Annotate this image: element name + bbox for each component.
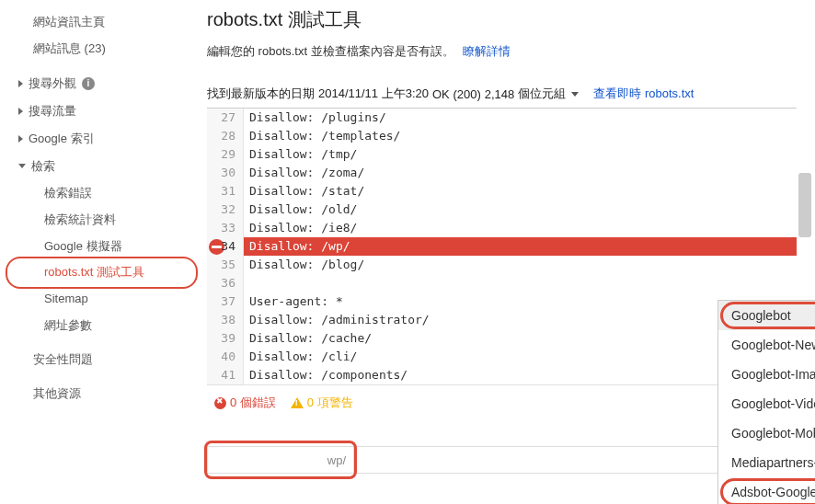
bot-menu-item[interactable]: Googlebot-News [718, 330, 815, 360]
line-number: 35 [207, 256, 244, 274]
code-line[interactable]: 33Disallow: /ie8/ [207, 219, 797, 237]
learn-more-link[interactable]: 瞭解詳情 [463, 44, 511, 58]
sidebar-item-robots-label: robots.txt 測試工具 [44, 265, 144, 279]
code-text: Disallow: /administrator/ [244, 311, 430, 329]
code-line[interactable]: 29Disallow: /tmp/ [207, 145, 797, 164]
code-text: Disallow: /cache/ [244, 329, 372, 348]
sidebar-item-url-params[interactable]: 網址參數 [17, 313, 189, 339]
page-title: robots.txt 測試工具 [207, 0, 815, 32]
bot-menu-item[interactable]: Googlebot [718, 301, 815, 330]
error-icon [214, 397, 226, 409]
line-number: 29 [207, 145, 244, 164]
url-test-row: wp/ [207, 446, 797, 474]
line-number: 27 [207, 109, 244, 127]
caret-right-icon [18, 80, 23, 87]
code-text: Disallow: /tmp/ [244, 145, 357, 164]
bot-menu-item[interactable]: Adsbot-Google [718, 477, 815, 504]
sidebar: 網站資訊主頁 網站訊息 (23) 搜尋外觀 i 搜尋流量 Google 索引 檢… [0, 0, 189, 504]
code-line[interactable]: 40Disallow: /cli/ [207, 348, 797, 366]
code-line[interactable]: 32Disallow: /old/ [207, 200, 797, 219]
caret-right-icon [18, 108, 23, 115]
sidebar-item-crawl-stats[interactable]: 檢索統計資料 [17, 207, 189, 234]
highlight-ring [720, 478, 815, 504]
url-path-input[interactable] [354, 446, 778, 474]
code-line[interactable]: 30Disallow: /zoma/ [207, 164, 797, 182]
line-number: 38 [207, 311, 244, 329]
sidebar-item-robots-tester[interactable]: robots.txt 測試工具 [17, 259, 189, 286]
page-subtitle: 編輯您的 robots.txt 並檢查檔案內容是否有誤。 [207, 44, 454, 58]
url-base-suffix: wp/ [327, 453, 346, 467]
sidebar-item-sitemap[interactable]: Sitemap [17, 286, 189, 313]
line-number: 37 [207, 292, 244, 311]
sidebar-security-issues[interactable]: 安全性問題 [17, 347, 189, 373]
sidebar-google-index-label: Google 索引 [29, 131, 95, 147]
code-line[interactable]: 37User-agent: * [207, 292, 797, 311]
code-text: Disallow: /blog/ [244, 256, 364, 274]
main-content: robots.txt 測試工具 編輯您的 robots.txt 並檢查檔案內容是… [189, 0, 815, 504]
line-number: 41 [207, 366, 244, 384]
code-text: Disallow: /zoma/ [244, 164, 364, 182]
code-line[interactable]: 34Disallow: /wp/ [207, 237, 797, 256]
code-text: Disallow: /old/ [244, 200, 357, 219]
caret-down-icon [18, 164, 26, 168]
highlight-ring [720, 302, 815, 329]
view-live-robots-link[interactable]: 查看即時 robots.txt [593, 86, 694, 102]
warning-icon [291, 397, 304, 408]
url-base[interactable]: wp/ [207, 446, 354, 474]
line-number: 31 [207, 182, 244, 200]
bot-menu-item[interactable]: Googlebot-Video [718, 389, 815, 418]
dropdown-caret-icon[interactable] [571, 92, 579, 97]
version-bytes-unit: 個位元組 [518, 86, 566, 102]
code-line[interactable]: 28Disallow: /templates/ [207, 127, 797, 145]
code-line[interactable]: 41Disallow: /components/ [207, 366, 797, 384]
scrollbar-thumb[interactable] [798, 173, 811, 237]
error-count: 0 個錯誤 [214, 395, 276, 411]
warning-count: 0 項警告 [291, 395, 353, 411]
line-number: 39 [207, 329, 244, 348]
sidebar-other-resources[interactable]: 其他資源 [17, 381, 189, 407]
sidebar-site-messages[interactable]: 網站訊息 (23) [17, 36, 189, 63]
sidebar-item-google-simulator[interactable]: Google 模擬器 [17, 234, 189, 260]
code-line[interactable]: 35Disallow: /blog/ [207, 256, 797, 274]
code-text: Disallow: /templates/ [244, 127, 400, 145]
code-text: User-agent: * [244, 292, 343, 311]
robots-editor[interactable]: 27Disallow: /plugins/28Disallow: /templa… [207, 108, 797, 385]
bot-menu-item[interactable]: Googlebot-Mobile [718, 418, 815, 448]
version-timestamp: 2014/11/11 上午3:20 [318, 86, 429, 102]
line-number: 36 [207, 274, 244, 292]
bot-menu-item[interactable]: Googlebot-Image [718, 360, 815, 389]
sidebar-google-index[interactable]: Google 索引 [17, 125, 189, 153]
code-line[interactable]: 36 [207, 274, 797, 292]
line-number: 40 [207, 348, 244, 366]
code-line[interactable]: 38Disallow: /administrator/ [207, 311, 797, 329]
sidebar-crawl-label: 檢索 [31, 158, 55, 175]
line-number: 33 [207, 219, 244, 237]
code-text: Disallow: /stat/ [244, 182, 364, 200]
sidebar-search-traffic[interactable]: 搜尋流量 [17, 97, 189, 125]
line-number: 32 [207, 200, 244, 219]
code-text: Disallow: /cli/ [244, 348, 357, 366]
error-count-text: 0 個錯誤 [230, 395, 276, 411]
code-text: Disallow: /wp/ [244, 237, 797, 256]
sidebar-search-appearance[interactable]: 搜尋外觀 i [17, 70, 189, 97]
caret-right-icon [18, 135, 23, 143]
version-prefix: 找到最新版本的日期 [207, 86, 315, 102]
code-text: Disallow: /components/ [244, 366, 408, 384]
version-status: OK (200) [432, 87, 481, 101]
line-number: 30 [207, 164, 244, 182]
code-line[interactable]: 27Disallow: /plugins/ [207, 109, 797, 127]
sidebar-crawl[interactable]: 檢索 [17, 153, 189, 180]
sidebar-search-appearance-label: 搜尋外觀 [29, 75, 76, 92]
sidebar-item-crawl-errors[interactable]: 檢索錯誤 [17, 180, 189, 207]
url-base-wrap: wp/ [207, 446, 354, 474]
bot-menu-item[interactable]: Mediapartners-Google [718, 448, 815, 477]
sidebar-site-info-home[interactable]: 網站資訊主頁 [17, 9, 189, 36]
code-text: Disallow: /plugins/ [244, 109, 386, 127]
version-bytes: 2,148 [485, 87, 515, 101]
code-line[interactable]: 31Disallow: /stat/ [207, 182, 797, 200]
warning-count-text: 0 項警告 [307, 395, 353, 411]
bot-dropdown-menu: GooglebotGooglebot-NewsGooglebot-ImageGo… [717, 300, 815, 504]
code-text: Disallow: /ie8/ [244, 219, 357, 237]
page-subtitle-row: 編輯您的 robots.txt 並檢查檔案內容是否有誤。 瞭解詳情 [207, 43, 815, 60]
code-line[interactable]: 39Disallow: /cache/ [207, 329, 797, 348]
